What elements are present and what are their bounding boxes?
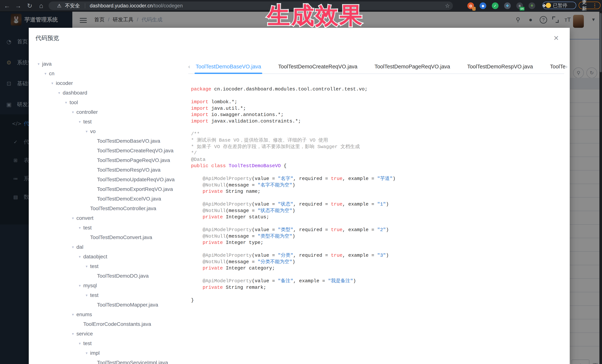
tree-folder[interactable]: ▾cn bbox=[29, 69, 186, 78]
caret-down-icon[interactable]: ▾ bbox=[70, 312, 75, 317]
screen: ← → ↻ ⌂ ⚠ 不安全 dashboard.yudao.iocoder.cn… bbox=[0, 0, 602, 364]
tree-file[interactable]: ToolTestDemoUpdateReqVO.java bbox=[29, 175, 186, 184]
caret-down-icon[interactable]: ▾ bbox=[70, 245, 75, 249]
tree-folder[interactable]: ▾impl bbox=[29, 348, 186, 358]
tree-file[interactable]: ToolTestDemoConvert.java bbox=[29, 233, 186, 242]
code-line: import javax.validation.constraints.*; bbox=[191, 118, 562, 125]
extension-icon[interactable]: ◍1 bbox=[467, 2, 474, 9]
caret-down-icon[interactable]: ▾ bbox=[57, 91, 62, 95]
tree-folder[interactable]: ▾enums bbox=[29, 310, 186, 319]
tree-node-label: dataobject bbox=[83, 254, 107, 260]
caret-down-icon[interactable]: ▾ bbox=[84, 351, 89, 355]
tree-folder[interactable]: ▾java bbox=[29, 59, 186, 69]
back-icon[interactable]: ← bbox=[3, 0, 11, 11]
chevron-right-icon[interactable]: › bbox=[566, 60, 568, 73]
caret-down-icon[interactable]: ▾ bbox=[77, 226, 82, 230]
tree-folder[interactable]: ▾mysql bbox=[29, 281, 186, 291]
tree-node-label: impl bbox=[90, 350, 100, 356]
tree-file[interactable]: ToolTestDemoExportReqVO.java bbox=[29, 184, 186, 194]
tree-folder[interactable]: ▾dashboard bbox=[29, 88, 186, 98]
caret-down-icon[interactable]: ▾ bbox=[70, 110, 75, 114]
caret-down-icon[interactable]: ▾ bbox=[36, 62, 41, 66]
caret-down-icon[interactable]: ▾ bbox=[84, 129, 89, 134]
kebab-menu-icon[interactable]: ⋮ bbox=[592, 3, 597, 8]
extension-icon[interactable]: ✓ bbox=[492, 2, 498, 9]
tree-file[interactable]: ToolTestDemoBaseVO.java bbox=[29, 136, 186, 146]
tree-file[interactable]: ToolTestDemoMapper.java bbox=[29, 300, 186, 310]
extension-icon[interactable]: ❖ bbox=[504, 2, 511, 9]
forward-icon[interactable]: → bbox=[14, 0, 22, 11]
caret-down-icon[interactable]: ▾ bbox=[50, 81, 55, 85]
tree-file[interactable]: ToolErrorCodeConstants.java bbox=[29, 319, 186, 329]
tree-file[interactable]: ToolTestDemoDO.java bbox=[29, 271, 186, 281]
tree-folder[interactable]: ▾test bbox=[29, 261, 186, 271]
code-line: /** bbox=[191, 131, 562, 137]
extension-icon[interactable]: ⚘ bbox=[528, 2, 535, 9]
tree-node-label: ToolTestDemoExportReqVO.java bbox=[97, 186, 173, 192]
tree-file[interactable]: ToolTestDemoExcelVO.java bbox=[29, 194, 186, 204]
tree-folder[interactable]: ▾convert bbox=[29, 213, 186, 223]
chrome-update-button[interactable]: 更新 ⋮ bbox=[579, 2, 601, 9]
tree-folder[interactable]: ▾test bbox=[29, 291, 186, 300]
browser-scrollbar[interactable] bbox=[599, 11, 602, 364]
extension-icon[interactable]: ◆ bbox=[480, 2, 486, 9]
close-icon[interactable]: ✕ bbox=[553, 35, 559, 42]
caret-down-icon[interactable]: ▾ bbox=[84, 264, 89, 269]
tree-folder[interactable]: ▾controller bbox=[29, 107, 186, 117]
tree-folder[interactable]: ▾test bbox=[29, 223, 186, 233]
code-line bbox=[191, 169, 562, 176]
profile-paused-chip[interactable]: 已暂停 bbox=[542, 2, 576, 9]
tree-file[interactable]: ToolTestDemoController.java bbox=[29, 204, 186, 213]
tree-file[interactable]: ToolTestDemoPageReqVO.java bbox=[29, 156, 186, 165]
url-host: dashboard.yudao.iocoder.cn bbox=[90, 3, 153, 9]
code-line: public class ToolTestDemoBaseVO { bbox=[191, 163, 562, 169]
tree-folder[interactable]: ▾vo bbox=[29, 127, 186, 136]
reload-icon[interactable]: ↻ bbox=[26, 0, 34, 11]
tab[interactable]: ToolTestDemoBaseVO.java bbox=[196, 60, 261, 73]
caret-down-icon[interactable]: ▾ bbox=[77, 254, 82, 259]
chevron-left-icon[interactable]: ‹ bbox=[188, 60, 190, 73]
code-line bbox=[191, 271, 562, 278]
scrollbar-thumb[interactable] bbox=[600, 13, 602, 72]
tree-file[interactable]: ToolTestDemoCreateReqVO.java bbox=[29, 146, 186, 156]
home-icon[interactable]: ⌂ bbox=[37, 0, 45, 11]
code-line: @ApiModelProperty(value = "状态", required… bbox=[191, 201, 562, 208]
caret-down-icon[interactable]: ▾ bbox=[84, 293, 89, 297]
address-bar[interactable]: ⚠ 不安全 dashboard.yudao.iocoder.cn/tool/co… bbox=[49, 1, 453, 10]
tree-node-label: ToolErrorCodeConstants.java bbox=[83, 321, 151, 327]
tree-node-label: ToolTestDemoUpdateReqVO.java bbox=[97, 177, 175, 183]
tree-folder[interactable]: ▾iocoder bbox=[29, 78, 186, 88]
tree-folder[interactable]: ▾tool bbox=[29, 98, 186, 107]
bookmark-star-icon[interactable]: ☆ bbox=[445, 1, 450, 10]
tab[interactable]: ToolTestDemoCreateReqVO.java bbox=[278, 60, 357, 73]
tree-file[interactable]: ToolTestDemoServiceImpl.java bbox=[29, 358, 186, 364]
tree-node-label: service bbox=[76, 331, 93, 337]
tab[interactable]: ToolTestDemoRespVO.java bbox=[467, 60, 533, 73]
code-viewer[interactable]: package cn.iocoder.dashboard.modules.too… bbox=[191, 86, 562, 303]
caret-down-icon[interactable]: ▾ bbox=[77, 341, 82, 346]
tree-node-label: vo bbox=[90, 128, 96, 134]
tree-folder[interactable]: ▾test bbox=[29, 117, 186, 127]
caret-down-icon[interactable]: ▾ bbox=[77, 283, 82, 288]
caret-down-icon[interactable]: ▾ bbox=[70, 332, 75, 336]
code-line bbox=[191, 246, 562, 252]
tree-folder[interactable]: ▾dal bbox=[29, 242, 186, 252]
extension-icon[interactable]: ≡on bbox=[516, 2, 523, 9]
tab[interactable]: ToolTestDemoPageReqVO.java bbox=[375, 60, 450, 73]
profile-avatar-icon bbox=[546, 3, 551, 8]
tree-node-label: test bbox=[90, 263, 98, 269]
caret-down-icon[interactable]: ▾ bbox=[64, 100, 68, 105]
code-line: private Integer status; bbox=[191, 214, 562, 220]
tree-folder[interactable]: ▾dataobject bbox=[29, 252, 186, 261]
caret-down-icon[interactable]: ▾ bbox=[77, 120, 82, 124]
caret-down-icon[interactable]: ▾ bbox=[43, 71, 48, 76]
tree-file[interactable]: ToolTestDemoRespVO.java bbox=[29, 165, 186, 175]
code-line: @NotNull(message = "名字不能为空") bbox=[191, 182, 562, 188]
code-line bbox=[191, 124, 562, 131]
caret-down-icon[interactable]: ▾ bbox=[70, 216, 75, 220]
tab[interactable]: ToolTe bbox=[550, 60, 566, 73]
tree-folder[interactable]: ▾service bbox=[29, 329, 186, 339]
tree-folder[interactable]: ▾test bbox=[29, 339, 186, 348]
tree-node-label: ToolTestDemoRespVO.java bbox=[97, 167, 161, 173]
tree-node-label: controller bbox=[76, 109, 98, 115]
